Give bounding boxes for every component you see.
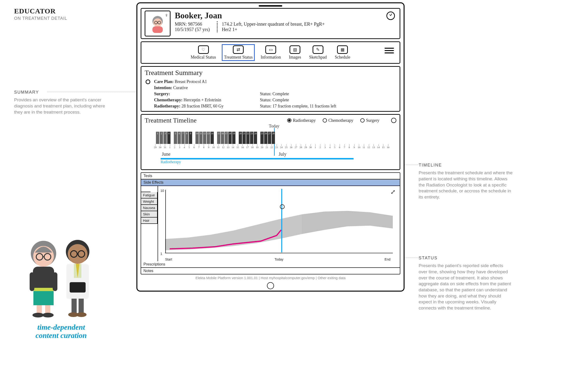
tests-row[interactable]: Tests — [141, 173, 400, 180]
page-title: EDUCATOR — [14, 7, 113, 15]
annot-timeline-body: Presents the treatment schedule and wher… — [419, 170, 513, 200]
annot-status-body: Presents the patient's reported side eff… — [419, 263, 513, 311]
patient-header: ♀ Booker, Joan MRN: 987566 10/5/1957 (57… — [141, 8, 400, 39]
se-tab-weight[interactable]: Weight — [141, 198, 158, 205]
side-effect-chart: ⤢ 10 1 Start Today End — [158, 186, 400, 261]
radio-radiotherapy[interactable]: Radiotherapy — [287, 118, 316, 123]
side-effects-row[interactable]: Side Effects — [141, 180, 400, 186]
svg-rect-23 — [72, 299, 77, 313]
svg-rect-31 — [152, 26, 163, 33]
mrn-value: 987566 — [188, 22, 202, 26]
svg-rect-5 — [33, 267, 54, 290]
notes-row[interactable]: Notes — [141, 268, 400, 274]
annot-status-head: STATUS — [419, 255, 513, 261]
x-end: End — [384, 258, 390, 261]
se-tab-nausea[interactable]: Nausea — [141, 205, 158, 211]
gender-icon: ♀ — [165, 12, 169, 18]
svg-point-10 — [32, 313, 44, 318]
svg-rect-24 — [78, 299, 84, 313]
svg-point-11 — [42, 313, 54, 318]
illus-caption-1: time-dependent — [38, 323, 85, 331]
timeline-band — [161, 158, 354, 160]
footer-status: Elekta Mobile Platform version 1.001.01 … — [141, 274, 400, 281]
annot-summary-body: Provides an overview of the patient's ca… — [14, 97, 108, 115]
y-axis-top: 10 — [160, 189, 164, 192]
patient-name: Booker, Joan — [175, 10, 396, 20]
svg-point-26 — [76, 312, 86, 317]
tablet-frame: ♀ Booker, Joan MRN: 987566 10/5/1957 (57… — [136, 2, 404, 292]
radio-surgery[interactable]: Surgery — [360, 118, 380, 123]
hamburger-menu[interactable] — [384, 48, 394, 54]
svg-rect-6 — [34, 288, 54, 291]
illus-caption-2: content curation — [36, 331, 87, 340]
chart-today-line-icon — [281, 189, 282, 252]
treatment-summary: Treatment Summary Care Plan: Breast Prot… — [141, 66, 400, 112]
tab-images[interactable]: ▧Images — [287, 44, 303, 61]
month-june: June — [162, 152, 170, 157]
se-tab-fatigue[interactable]: Fatigue — [141, 192, 158, 198]
x-start: Start — [165, 258, 172, 261]
timeline-title: Treatment Timeline — [145, 117, 197, 124]
tab-treatment-status[interactable]: ⇄Treatment Status — [222, 44, 254, 61]
prescriptions-row[interactable]: Prescriptions — [141, 261, 400, 268]
svg-rect-22 — [70, 282, 86, 292]
timeline-bars: 1234 56789 1011121314 1516171819 2021222… — [156, 129, 390, 144]
pencil-icon: ✎ — [312, 46, 324, 54]
svg-rect-9 — [45, 305, 50, 314]
page-subtitle: ON TREATMENT DETAIL — [14, 16, 113, 21]
month-july: July — [279, 152, 286, 157]
patient-diagnosis: 174.2 Left, Upper-inner quadrant of brea… — [217, 22, 330, 32]
treatment-timeline: Treatment Timeline Radiotherapy Chemothe… — [141, 114, 400, 170]
clock-icon[interactable] — [386, 12, 395, 20]
heart-icon: ♡ — [198, 46, 209, 54]
x-today: Today — [274, 258, 283, 261]
se-tab-hair[interactable]: Hair — [141, 218, 158, 224]
side-effects-panel: Tests Side Effects Fatigue Weight Nausea… — [141, 172, 400, 274]
svg-rect-8 — [37, 305, 42, 314]
avatar: ♀ — [145, 10, 170, 36]
annot-summary-head: SUMMARY — [14, 89, 108, 95]
image-icon: ▧ — [290, 46, 300, 54]
annot-timeline-head: TIMELINE — [419, 162, 513, 168]
patient-dob: 10/5/1957 (57 yrs) — [175, 27, 210, 32]
radio-chemotherapy[interactable]: Chemotherapy — [323, 118, 353, 123]
grid-icon: ▦ — [337, 46, 348, 54]
tab-sketchpad[interactable]: ✎Sketchpad — [307, 44, 328, 61]
summary-title: Treatment Summary — [145, 69, 396, 77]
sliders-icon: ⇄ — [233, 46, 244, 54]
svg-rect-12 — [30, 272, 34, 291]
svg-marker-33 — [302, 211, 393, 234]
y-axis-bot: 1 — [160, 252, 162, 256]
book-icon: ▭ — [265, 46, 276, 54]
mrn-label: MRN: — [175, 22, 187, 26]
tab-medical-status[interactable]: ♡Medical Status — [189, 44, 218, 61]
bullet-icon — [146, 80, 150, 84]
timeline-band-label: Radiotherapy — [161, 160, 181, 164]
timeline-expand[interactable] — [391, 118, 396, 123]
svg-rect-7 — [34, 291, 54, 305]
se-tab-skin[interactable]: Skin — [141, 211, 158, 218]
tab-information[interactable]: ▭Information — [259, 44, 283, 61]
persona-illustration: time-dependent content curation — [14, 235, 108, 340]
svg-rect-13 — [53, 272, 58, 291]
tab-schedule[interactable]: ▦Schedule — [333, 44, 352, 61]
section-tabs: ♡Medical Status ⇄Treatment Status ▭Infor… — [141, 42, 400, 64]
